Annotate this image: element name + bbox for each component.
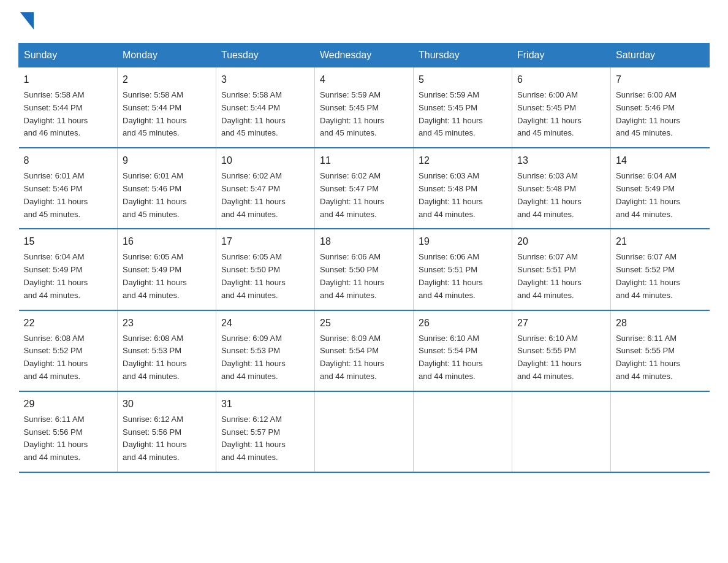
weekday-header-sunday: Sunday [19, 44, 118, 67]
calendar-cell: 24Sunrise: 6:09 AMSunset: 5:53 PMDayligh… [216, 310, 315, 391]
day-number: 26 [419, 316, 507, 331]
weekday-header-wednesday: Wednesday [315, 44, 414, 67]
day-number: 3 [221, 72, 309, 87]
day-info: Sunrise: 6:06 AMSunset: 5:51 PMDaylight:… [419, 251, 507, 302]
calendar-cell: 28Sunrise: 6:11 AMSunset: 5:55 PMDayligh… [611, 310, 710, 391]
svg-marker-0 [20, 12, 34, 29]
calendar-cell: 6Sunrise: 6:00 AMSunset: 5:45 PMDaylight… [512, 67, 611, 148]
calendar-cell: 2Sunrise: 5:58 AMSunset: 5:44 PMDaylight… [118, 67, 216, 148]
calendar-cell: 30Sunrise: 6:12 AMSunset: 5:56 PMDayligh… [118, 391, 216, 472]
calendar-cell: 15Sunrise: 6:04 AMSunset: 5:49 PMDayligh… [19, 229, 118, 310]
day-info: Sunrise: 6:11 AMSunset: 5:55 PMDaylight:… [616, 332, 705, 383]
day-number: 30 [123, 397, 211, 412]
logo-triangle-icon [20, 12, 34, 29]
day-number: 1 [24, 72, 113, 87]
day-info: Sunrise: 6:08 AMSunset: 5:52 PMDaylight:… [24, 332, 113, 383]
day-info: Sunrise: 5:58 AMSunset: 5:44 PMDaylight:… [221, 89, 309, 140]
day-info: Sunrise: 6:10 AMSunset: 5:55 PMDaylight:… [517, 332, 605, 383]
calendar-week-row: 8Sunrise: 6:01 AMSunset: 5:46 PMDaylight… [19, 148, 710, 229]
weekday-header-monday: Monday [118, 44, 216, 67]
calendar-cell: 26Sunrise: 6:10 AMSunset: 5:54 PMDayligh… [414, 310, 512, 391]
calendar-week-row: 1Sunrise: 5:58 AMSunset: 5:44 PMDaylight… [19, 67, 710, 148]
day-number: 27 [517, 316, 605, 331]
calendar-cell: 20Sunrise: 6:07 AMSunset: 5:51 PMDayligh… [512, 229, 611, 310]
day-number: 15 [24, 234, 113, 249]
day-number: 14 [616, 153, 705, 168]
day-number: 28 [616, 316, 705, 331]
day-info: Sunrise: 6:01 AMSunset: 5:46 PMDaylight:… [123, 170, 211, 221]
calendar-cell [315, 391, 414, 472]
calendar-cell [414, 391, 512, 472]
calendar-cell: 13Sunrise: 6:03 AMSunset: 5:48 PMDayligh… [512, 148, 611, 229]
day-number: 17 [221, 234, 309, 249]
day-info: Sunrise: 6:05 AMSunset: 5:49 PMDaylight:… [123, 251, 211, 302]
weekday-header-thursday: Thursday [414, 44, 512, 67]
day-info: Sunrise: 6:09 AMSunset: 5:54 PMDaylight:… [320, 332, 408, 383]
day-info: Sunrise: 6:02 AMSunset: 5:47 PMDaylight:… [221, 170, 309, 221]
calendar-table: SundayMondayTuesdayWednesdayThursdayFrid… [18, 43, 710, 473]
weekday-header-friday: Friday [512, 44, 611, 67]
calendar-cell: 3Sunrise: 5:58 AMSunset: 5:44 PMDaylight… [216, 67, 315, 148]
day-info: Sunrise: 6:11 AMSunset: 5:56 PMDaylight:… [24, 413, 113, 464]
day-info: Sunrise: 6:04 AMSunset: 5:49 PMDaylight:… [24, 251, 113, 302]
day-info: Sunrise: 6:02 AMSunset: 5:47 PMDaylight:… [320, 170, 408, 221]
calendar-cell: 17Sunrise: 6:05 AMSunset: 5:50 PMDayligh… [216, 229, 315, 310]
calendar-cell [611, 391, 710, 472]
day-number: 31 [221, 397, 309, 412]
calendar-cell: 16Sunrise: 6:05 AMSunset: 5:49 PMDayligh… [118, 229, 216, 310]
day-info: Sunrise: 5:58 AMSunset: 5:44 PMDaylight:… [24, 89, 113, 140]
calendar-week-row: 22Sunrise: 6:08 AMSunset: 5:52 PMDayligh… [19, 310, 710, 391]
day-number: 19 [419, 234, 507, 249]
day-info: Sunrise: 6:00 AMSunset: 5:46 PMDaylight:… [616, 89, 705, 140]
logo-icon [18, 12, 34, 31]
calendar-cell: 12Sunrise: 6:03 AMSunset: 5:48 PMDayligh… [414, 148, 512, 229]
day-number: 7 [616, 72, 705, 87]
logo [18, 12, 34, 31]
day-number: 12 [419, 153, 507, 168]
day-number: 6 [517, 72, 605, 87]
calendar-cell: 19Sunrise: 6:06 AMSunset: 5:51 PMDayligh… [414, 229, 512, 310]
day-info: Sunrise: 5:59 AMSunset: 5:45 PMDaylight:… [419, 89, 507, 140]
day-number: 13 [517, 153, 605, 168]
day-info: Sunrise: 6:06 AMSunset: 5:50 PMDaylight:… [320, 251, 408, 302]
day-info: Sunrise: 6:03 AMSunset: 5:48 PMDaylight:… [517, 170, 605, 221]
day-info: Sunrise: 5:59 AMSunset: 5:45 PMDaylight:… [320, 89, 408, 140]
day-info: Sunrise: 6:04 AMSunset: 5:49 PMDaylight:… [616, 170, 705, 221]
calendar-cell: 23Sunrise: 6:08 AMSunset: 5:53 PMDayligh… [118, 310, 216, 391]
calendar-cell: 7Sunrise: 6:00 AMSunset: 5:46 PMDaylight… [611, 67, 710, 148]
day-number: 11 [320, 153, 408, 168]
calendar-cell: 14Sunrise: 6:04 AMSunset: 5:49 PMDayligh… [611, 148, 710, 229]
day-number: 21 [616, 234, 705, 249]
weekday-header-row: SundayMondayTuesdayWednesdayThursdayFrid… [19, 44, 710, 67]
calendar-cell: 5Sunrise: 5:59 AMSunset: 5:45 PMDaylight… [414, 67, 512, 148]
weekday-header-saturday: Saturday [611, 44, 710, 67]
calendar-cell: 18Sunrise: 6:06 AMSunset: 5:50 PMDayligh… [315, 229, 414, 310]
calendar-cell: 31Sunrise: 6:12 AMSunset: 5:57 PMDayligh… [216, 391, 315, 472]
day-info: Sunrise: 6:07 AMSunset: 5:52 PMDaylight:… [616, 251, 705, 302]
day-number: 10 [221, 153, 309, 168]
calendar-week-row: 15Sunrise: 6:04 AMSunset: 5:49 PMDayligh… [19, 229, 710, 310]
calendar-cell: 27Sunrise: 6:10 AMSunset: 5:55 PMDayligh… [512, 310, 611, 391]
day-number: 2 [123, 72, 211, 87]
day-number: 16 [123, 234, 211, 249]
page-header [18, 12, 710, 31]
day-info: Sunrise: 6:12 AMSunset: 5:56 PMDaylight:… [123, 413, 211, 464]
calendar-cell: 8Sunrise: 6:01 AMSunset: 5:46 PMDaylight… [19, 148, 118, 229]
day-number: 8 [24, 153, 113, 168]
day-info: Sunrise: 5:58 AMSunset: 5:44 PMDaylight:… [123, 89, 211, 140]
day-info: Sunrise: 6:08 AMSunset: 5:53 PMDaylight:… [123, 332, 211, 383]
calendar-cell: 1Sunrise: 5:58 AMSunset: 5:44 PMDaylight… [19, 67, 118, 148]
calendar-cell: 29Sunrise: 6:11 AMSunset: 5:56 PMDayligh… [19, 391, 118, 472]
calendar-cell: 25Sunrise: 6:09 AMSunset: 5:54 PMDayligh… [315, 310, 414, 391]
calendar-week-row: 29Sunrise: 6:11 AMSunset: 5:56 PMDayligh… [19, 391, 710, 472]
day-info: Sunrise: 6:05 AMSunset: 5:50 PMDaylight:… [221, 251, 309, 302]
calendar-cell [512, 391, 611, 472]
day-number: 24 [221, 316, 309, 331]
day-number: 9 [123, 153, 211, 168]
day-number: 25 [320, 316, 408, 331]
day-number: 22 [24, 316, 113, 331]
day-info: Sunrise: 6:00 AMSunset: 5:45 PMDaylight:… [517, 89, 605, 140]
day-number: 4 [320, 72, 408, 87]
day-number: 29 [24, 397, 113, 412]
calendar-cell: 11Sunrise: 6:02 AMSunset: 5:47 PMDayligh… [315, 148, 414, 229]
